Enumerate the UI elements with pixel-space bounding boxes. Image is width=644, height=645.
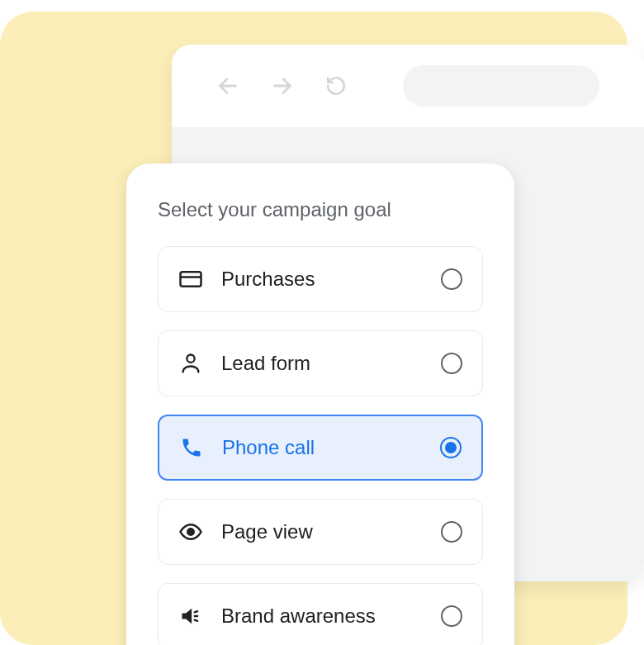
svg-point-5 (187, 529, 194, 535)
option-lead-form[interactable]: Lead form (158, 330, 483, 396)
option-brand-awareness[interactable]: Brand awareness (158, 583, 483, 645)
radio-button[interactable] (441, 605, 462, 627)
phone-icon (179, 435, 204, 460)
option-label: Page view (221, 520, 423, 543)
eye-icon (178, 519, 203, 544)
credit-card-icon (178, 267, 203, 292)
option-purchases[interactable]: Purchases (158, 246, 483, 312)
radio-button[interactable] (441, 268, 462, 290)
svg-rect-2 (181, 272, 201, 287)
radio-button[interactable] (441, 353, 462, 374)
option-label: Purchases (221, 268, 423, 291)
megaphone-icon (178, 604, 203, 628)
forward-icon[interactable] (271, 74, 294, 97)
option-label: Brand awareness (221, 605, 423, 628)
option-page-view[interactable]: Page view (158, 499, 483, 565)
option-label: Lead form (221, 352, 423, 375)
option-label: Phone call (222, 436, 422, 459)
radio-button[interactable] (440, 437, 462, 458)
person-icon (178, 351, 203, 376)
svg-point-4 (187, 355, 194, 363)
card-title: Select your campaign goal (158, 198, 483, 221)
option-phone-call[interactable]: Phone call (158, 415, 483, 481)
browser-toolbar (172, 45, 644, 127)
back-icon[interactable] (216, 74, 239, 97)
refresh-icon[interactable] (325, 75, 347, 97)
campaign-goal-card: Select your campaign goal Purchases Lead… (126, 164, 514, 645)
address-bar[interactable] (403, 65, 599, 107)
radio-button[interactable] (441, 521, 462, 543)
